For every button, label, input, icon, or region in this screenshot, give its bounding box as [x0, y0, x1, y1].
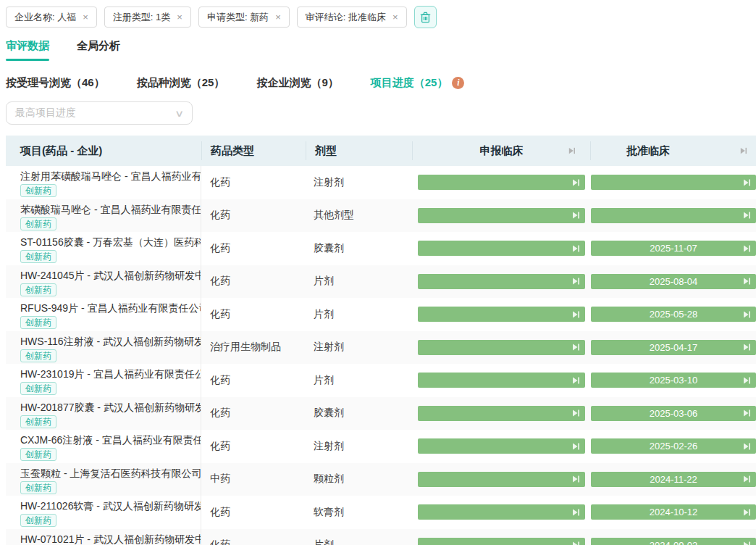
remove-tag-icon[interactable]: ×: [392, 12, 398, 22]
table-row: HW-211026软膏 - 武汉人福创新药物研发中心有限公司创新药化药软膏剂20…: [6, 496, 756, 529]
trash-icon: [420, 12, 431, 23]
approve-clinical-bar[interactable]: 2025-02-26: [591, 438, 756, 454]
subtab-by-acceptance-number[interactable]: 按受理号浏览（46）: [6, 76, 105, 90]
declare-clinical-bar[interactable]: [418, 175, 585, 190]
declare-clinical-bar[interactable]: [418, 406, 585, 421]
approve-clinical-cell: 2024-10-12: [588, 496, 756, 529]
project-name[interactable]: 注射用苯磺酸瑞马唑仑 - 宜昌人福药业有限责任公司: [20, 169, 195, 183]
table-row: HW-231019片 - 宜昌人福药业有限责任公司创新药化药片剂2025-03-…: [6, 364, 756, 397]
innovation-drug-badge: 创新药: [20, 250, 56, 263]
subtab-by-variety[interactable]: 按品种浏览（25）: [137, 76, 225, 90]
subtab-by-company[interactable]: 按企业浏览（9）: [256, 76, 338, 90]
approve-clinical-bar[interactable]: 2024-09-02: [591, 538, 756, 545]
declare-clinical-bar[interactable]: [418, 373, 585, 388]
approve-clinical-bar[interactable]: 2025-11-07: [591, 241, 756, 256]
innovation-drug-badge: 创新药: [20, 217, 56, 230]
approve-clinical-bar[interactable]: 2025-05-28: [591, 307, 756, 322]
play-arrow-icon[interactable]: [739, 147, 747, 155]
max-progress-select[interactable]: 最高项目进度 ∨: [6, 101, 193, 125]
approve-clinical-bar[interactable]: 2024-11-22: [591, 472, 756, 487]
step-forward-icon: [571, 310, 580, 319]
drug-type-cell: 中药: [201, 463, 305, 496]
approve-clinical-cell: [588, 199, 756, 233]
innovation-drug-badge: 创新药: [20, 448, 56, 461]
dosage-form-cell: 片剂: [305, 364, 411, 397]
declare-clinical-bar[interactable]: [418, 472, 585, 487]
drug-type-cell: 化药: [201, 166, 305, 199]
header-drug-type: 药品类型: [202, 136, 306, 166]
chevron-down-icon: ∨: [175, 108, 185, 119]
project-name[interactable]: HW-071021片 - 武汉人福创新药物研发中心有限公司: [20, 532, 195, 545]
filter-tag-application-type[interactable]: 申请类型: 新药 ×: [198, 7, 290, 28]
info-icon[interactable]: i: [452, 77, 464, 89]
tab-global-analysis[interactable]: 全局分析: [77, 39, 120, 61]
approve-clinical-bar[interactable]: 2025-03-06: [591, 406, 756, 421]
declare-clinical-bar[interactable]: [418, 504, 585, 520]
declare-clinical-bar[interactable]: [418, 307, 585, 322]
approve-clinical-bar[interactable]: 2025-08-04: [591, 274, 756, 289]
project-cell: 玉蚕颗粒 - 上海复活石医药科技有限公司创新药: [6, 463, 201, 496]
step-forward-icon: [742, 277, 751, 286]
drug-type-cell: 化药: [201, 496, 305, 529]
approve-clinical-bar[interactable]: 2025-03-10: [591, 373, 756, 388]
project-name[interactable]: HW-231019片 - 宜昌人福药业有限责任公司: [20, 367, 195, 381]
approve-date: 2025-03-10: [650, 375, 698, 386]
approve-clinical-bar[interactable]: 2024-10-12: [591, 504, 756, 520]
declare-clinical-bar[interactable]: [418, 241, 585, 256]
drug-type-cell: 化药: [201, 397, 305, 430]
project-name[interactable]: ST-01156胶囊 - 万春宏基（大连）医药科技有限公司: [20, 235, 195, 249]
innovation-drug-badge: 创新药: [20, 382, 56, 395]
project-name[interactable]: RFUS-949片 - 宜昌人福药业有限责任公司: [20, 301, 195, 315]
dosage-form-cell: 颗粒剂: [305, 463, 411, 496]
innovation-drug-badge: 创新药: [20, 415, 56, 428]
filter-tag-label: 审评结论: 批准临床: [306, 11, 386, 24]
declare-clinical-bar[interactable]: [418, 538, 585, 545]
project-name[interactable]: HW-201877胶囊 - 武汉人福创新药物研发中心有限公司: [20, 400, 195, 415]
table-row: 苯磺酸瑞马唑仑 - 宜昌人福药业有限责任公司创新药化药其他剂型: [6, 199, 756, 233]
project-name[interactable]: 玉蚕颗粒 - 上海复活石医药科技有限公司: [20, 466, 195, 480]
select-placeholder: 最高项目进度: [15, 107, 76, 120]
project-cell: HW-211026软膏 - 武汉人福创新药物研发中心有限公司创新药: [6, 496, 201, 529]
approve-clinical-cell: 2025-03-10: [588, 364, 756, 397]
subtab-project-progress[interactable]: 项目进度（25） i: [371, 76, 465, 90]
declare-clinical-bar[interactable]: [418, 208, 585, 223]
project-name[interactable]: 苯磺酸瑞马唑仑 - 宜昌人福药业有限责任公司: [20, 202, 195, 217]
dosage-form-cell: 注射剂: [305, 166, 411, 199]
play-arrow-icon[interactable]: [568, 147, 576, 155]
remove-tag-icon[interactable]: ×: [275, 12, 281, 22]
approve-clinical-cell: 2025-03-06: [588, 397, 756, 430]
table-row: HW-201877胶囊 - 武汉人福创新药物研发中心有限公司创新药化药胶囊剂20…: [6, 397, 756, 430]
approve-clinical-bar[interactable]: 2025-04-17: [591, 340, 756, 355]
approve-clinical-bar[interactable]: [591, 175, 756, 190]
step-forward-icon: [571, 475, 580, 483]
tab-review-data[interactable]: 审评数据: [6, 39, 49, 61]
clear-filters-button[interactable]: [414, 6, 437, 28]
table-row: ST-01156胶囊 - 万春宏基（大连）医药科技有限公司创新药化药胶囊剂202…: [6, 232, 756, 265]
project-name[interactable]: HW-211026软膏 - 武汉人福创新药物研发中心有限公司: [20, 499, 195, 513]
declare-clinical-bar[interactable]: [418, 340, 585, 355]
project-name[interactable]: CXJM-66注射液 - 宜昌人福药业有限责任公司: [20, 433, 195, 447]
header-dosage-form: 剂型: [306, 136, 412, 166]
remove-tag-icon[interactable]: ×: [83, 12, 88, 22]
remove-tag-icon[interactable]: ×: [177, 12, 182, 22]
filter-tag-label: 注册类型: 1类: [113, 11, 170, 24]
drug-type-cell: 化药: [201, 430, 305, 463]
filter-tag-review-conclusion[interactable]: 审评结论: 批准临床 ×: [297, 7, 407, 28]
dosage-form-cell: 注射剂: [305, 331, 411, 365]
declare-clinical-bar[interactable]: [418, 438, 585, 454]
approve-clinical-bar[interactable]: [591, 208, 756, 223]
filter-tag-company[interactable]: 企业名称: 人福 ×: [6, 7, 97, 28]
step-forward-icon: [571, 409, 580, 417]
filter-tag-registration-type[interactable]: 注册类型: 1类 ×: [104, 7, 191, 28]
declare-clinical-cell: [411, 298, 588, 331]
innovation-drug-badge: 创新药: [20, 349, 56, 362]
project-cell: RFUS-949片 - 宜昌人福药业有限责任公司创新药: [6, 298, 201, 331]
step-forward-icon: [571, 343, 580, 351]
project-name[interactable]: HWS-116注射液 - 武汉人福创新药物研发中心有限公司: [20, 334, 195, 349]
innovation-drug-badge: 创新药: [20, 184, 56, 197]
step-forward-icon: [571, 277, 580, 286]
project-name[interactable]: HW-241045片 - 武汉人福创新药物研发中心有限公司: [20, 268, 195, 283]
approve-date: 2025-02-26: [650, 441, 698, 452]
declare-clinical-bar[interactable]: [418, 274, 585, 289]
innovation-drug-badge: 创新药: [20, 283, 56, 296]
